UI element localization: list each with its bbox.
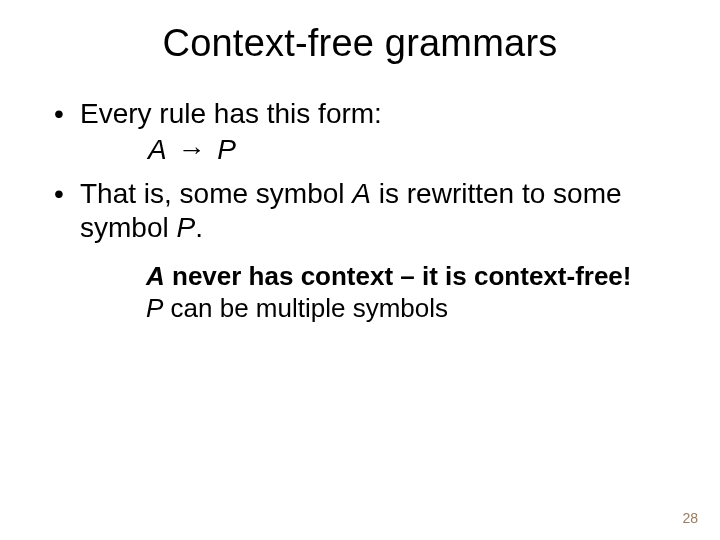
sub-line-1-rest: never has context – it is context-free!: [165, 261, 632, 291]
slide-body: Every rule has this form: A → P That is,…: [0, 65, 720, 325]
sub-line-2-P: P: [146, 293, 163, 323]
arrow-icon: →: [173, 134, 209, 165]
bullet-2-pre: That is, some symbol: [80, 178, 352, 209]
bullet-2: That is, some symbol A is rewritten to s…: [50, 177, 670, 245]
sub-line-1: A never has context – it is context-free…: [146, 260, 670, 293]
bullet-2-post: .: [195, 212, 203, 243]
bullet-list: Every rule has this form: A → P That is,…: [50, 97, 670, 246]
sub-line-2-rest: can be multiple symbols: [163, 293, 448, 323]
rule-formula: A → P: [80, 133, 670, 167]
bullet-1-text: Every rule has this form:: [80, 98, 382, 129]
slide-title: Context-free grammars: [0, 0, 720, 65]
page-number: 28: [682, 510, 698, 526]
slide: Context-free grammars Every rule has thi…: [0, 0, 720, 540]
bullet-2-P: P: [176, 212, 195, 243]
sub-line-2: P can be multiple symbols: [146, 292, 670, 325]
rule-rhs: P: [217, 134, 236, 165]
bullet-1: Every rule has this form: A → P: [50, 97, 670, 167]
sub-block: A never has context – it is context-free…: [50, 260, 670, 325]
sub-line-1-A: A: [146, 261, 165, 291]
bullet-2-A: A: [352, 178, 371, 209]
rule-lhs: A: [148, 134, 166, 165]
